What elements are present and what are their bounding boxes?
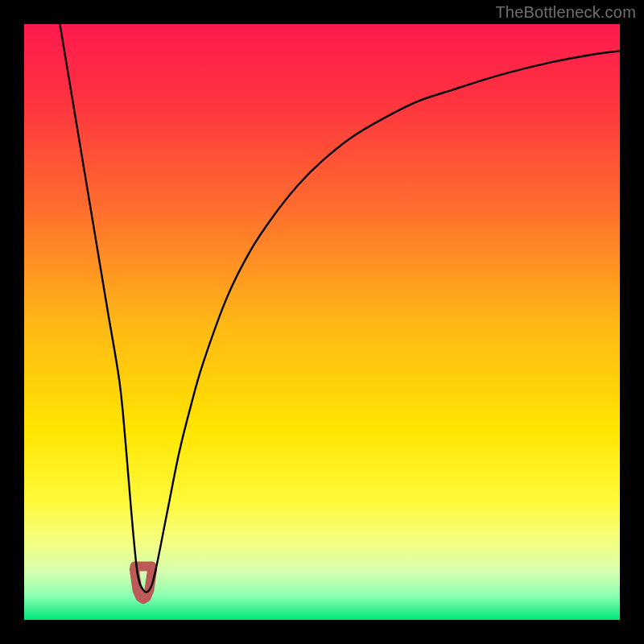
bottleneck-curve (60, 24, 620, 592)
watermark-text: TheBottleneck.com (495, 3, 636, 22)
curve-layer (24, 24, 620, 620)
plot-area (24, 24, 620, 620)
chart-frame: TheBottleneck.com (0, 0, 644, 644)
